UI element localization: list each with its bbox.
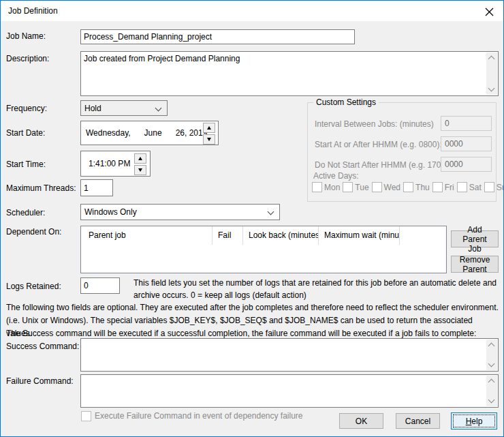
checkbox-icon: [372, 182, 382, 192]
dependent-table-header: Parent jobFailLook back (minutes)Maximum…: [81, 226, 446, 245]
logs-retained-help: This field lets you set the number of lo…: [133, 277, 504, 301]
max-threads-input[interactable]: 1: [80, 179, 113, 196]
max-threads-label: Maximum Threads:: [6, 183, 76, 193]
day-label: Mon: [324, 183, 340, 192]
checkbox-icon: [484, 182, 494, 192]
day-label: Sun: [497, 183, 504, 192]
custom-settings-title: Custom Settings: [313, 97, 379, 107]
scroll-down-icon[interactable]: [488, 361, 495, 367]
do-not-start-label: Do Not Start After HHMM (e.g. 1700):: [315, 160, 450, 170]
description-input[interactable]: Job created from Project Demand Planning: [80, 51, 499, 96]
job-name-label: Job Name:: [6, 31, 46, 41]
interval-label: Interval Between Jobs: (minutes): [315, 119, 434, 129]
day-checkbox-thu: Thu: [403, 182, 430, 192]
do-not-start-input: 0000: [441, 157, 492, 172]
success-command-label: Success Command:: [6, 342, 79, 351]
day-checkbox-sat: Sat: [457, 182, 482, 192]
checkbox-icon: [432, 182, 443, 192]
start-at-input: 0000: [441, 136, 492, 151]
spin-down-icon[interactable]: [134, 165, 146, 175]
day-label: Wed: [384, 183, 400, 192]
interval-input: 0: [441, 116, 492, 131]
scroll-up-icon[interactable]: [488, 379, 495, 386]
start-date-input[interactable]: Wednesday, June 26, 2019: [80, 121, 219, 145]
failure-command-scrollbar[interactable]: [486, 376, 497, 406]
checkbox-icon: [403, 182, 413, 192]
success-command-scrollbar[interactable]: [486, 340, 497, 370]
close-icon[interactable]: [482, 5, 497, 18]
checkbox-icon: [81, 411, 91, 421]
checkbox-icon: [312, 182, 322, 192]
day-label: Sat: [469, 183, 482, 192]
ok-button[interactable]: OK: [339, 413, 383, 429]
remove-parent-button[interactable]: Remove Parent: [451, 256, 499, 273]
spin-up-icon[interactable]: [134, 153, 146, 164]
start-time-label: Start Time:: [6, 160, 46, 169]
scroll-down-icon[interactable]: [488, 85, 495, 92]
column-header: Look back (minutes): [243, 226, 319, 245]
scroll-up-icon[interactable]: [488, 343, 495, 350]
active-days-row: MonTueWedThuFriSatSun: [312, 182, 504, 192]
job-name-input[interactable]: Process_Demand Planning_project: [80, 29, 355, 44]
day-label: Thu: [415, 183, 430, 192]
start-date-label: Start Date:: [6, 128, 45, 138]
checkbox-icon: [343, 182, 353, 192]
chevron-down-icon: [268, 209, 274, 215]
active-days-label: Active Days:: [313, 171, 359, 181]
frequency-dropdown[interactable]: Hold: [80, 100, 168, 116]
start-time-input[interactable]: 1:41:00 PM: [80, 151, 151, 177]
day-checkbox-wed: Wed: [372, 182, 400, 192]
scroll-down-icon[interactable]: [488, 397, 495, 404]
title-bar: Job Definition: [1, 1, 503, 21]
scroll-up-icon[interactable]: [488, 56, 495, 63]
column-header: Maximum wait (minutes): [319, 226, 400, 245]
description-label: Description:: [6, 54, 49, 63]
day-label: Fri: [445, 183, 454, 192]
scheduler-label: Scheduler:: [6, 208, 45, 217]
success-command-input[interactable]: [80, 338, 499, 372]
start-time-spinner[interactable]: [134, 153, 146, 177]
start-date-spinner[interactable]: [203, 123, 215, 146]
logs-retained-input[interactable]: 0: [80, 277, 120, 294]
add-parent-job-button[interactable]: Add Parent Job: [451, 230, 499, 247]
execute-failure-checkbox-label: Execute Failure Command in event of depe…: [95, 411, 303, 421]
frequency-label: Frequency:: [6, 104, 47, 113]
day-checkbox-sun: Sun: [484, 182, 504, 192]
day-label: Tue: [355, 183, 368, 192]
scheduler-dropdown[interactable]: Windows Only: [80, 204, 280, 220]
day-checkbox-mon: Mon: [312, 182, 340, 192]
execute-failure-checkbox-row: Execute Failure Command in event of depe…: [81, 411, 303, 421]
dependent-jobs-table[interactable]: Parent jobFailLook back (minutes)Maximum…: [80, 226, 447, 273]
job-definition-dialog: Job Definition Job Name: Process_Demand …: [0, 0, 504, 437]
spin-down-icon[interactable]: [203, 134, 215, 145]
description-scrollbar[interactable]: [486, 52, 497, 95]
failure-command-input[interactable]: [80, 374, 499, 408]
custom-settings-group: Custom Settings Interval Between Jobs: (…: [307, 102, 497, 202]
help-button[interactable]: Help: [451, 412, 497, 430]
logs-retained-label: Logs Retained:: [6, 282, 61, 291]
checkbox-icon: [457, 182, 467, 192]
dependent-on-label: Dependent On:: [6, 227, 61, 237]
failure-command-label: Failure Command:: [6, 376, 74, 386]
cancel-button[interactable]: Cancel: [396, 413, 440, 429]
chevron-down-icon: [155, 105, 162, 112]
start-at-label: Start At or After HHMM (e.g. 0800):: [315, 140, 442, 149]
column-header: Parent job: [81, 226, 212, 245]
window-title: Job Definition: [8, 6, 58, 16]
day-checkbox-fri: Fri: [432, 182, 454, 192]
day-checkbox-tue: Tue: [343, 182, 368, 192]
spin-up-icon[interactable]: [203, 123, 215, 133]
column-header: Fail: [212, 226, 243, 245]
